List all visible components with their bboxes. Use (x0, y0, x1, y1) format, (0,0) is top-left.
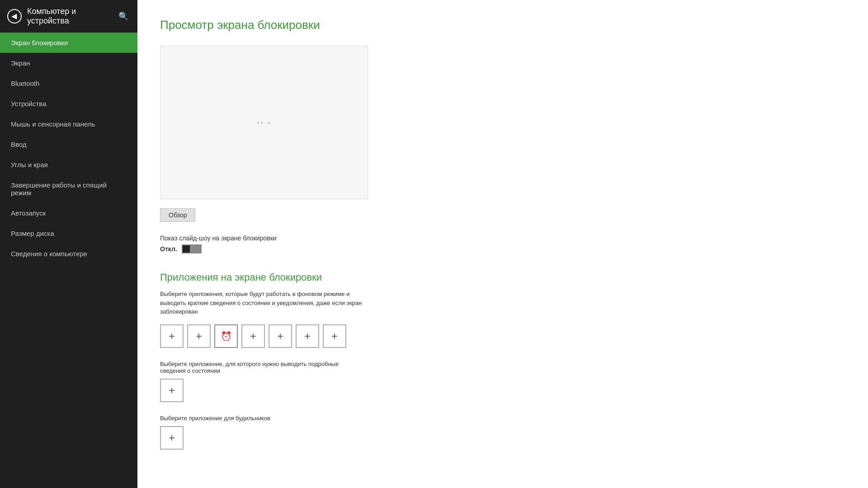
slideshow-section: Показ слайд-шоу на экране блокировки Отк… (160, 235, 845, 253)
detail-section-label: Выберите приложение, для которого нужно … (160, 361, 363, 374)
page-title: Просмотр экрана блокировки (160, 18, 845, 32)
search-button[interactable]: 🔍 (117, 9, 130, 23)
app-slot-6[interactable]: + (323, 324, 346, 348)
app-slot-0[interactable]: + (160, 324, 184, 348)
sidebar-item-lock-screen[interactable]: Экран блокировки (0, 33, 137, 53)
sidebar-item-devices[interactable]: Устройства (0, 94, 137, 114)
apps-section-description: Выберите приложения, которые будут работ… (160, 290, 363, 316)
slideshow-label: Показ слайд-шоу на экране блокировки (160, 235, 845, 242)
main-content: Просмотр экрана блокировки ·· · Обзор По… (137, 0, 868, 488)
app-slots-row: ++⏰++++ (160, 324, 845, 348)
slideshow-toggle-row: Откл. (160, 244, 845, 253)
app-slot-4[interactable]: + (269, 324, 292, 348)
alarm-app-slot[interactable]: + (160, 426, 184, 450)
sidebar-item-input[interactable]: Ввод (0, 134, 137, 155)
alarm-section-label: Выберите приложение для будильников (160, 415, 845, 422)
alarm-section: Выберите приложение для будильников + (160, 415, 845, 450)
apps-section: Приложения на экране блокировки Выберите… (160, 272, 845, 348)
back-arrow-icon: ◀ (11, 13, 17, 20)
sidebar-navigation: Экран блокировкиЭкранBluetoothУстройства… (0, 33, 137, 488)
sidebar-item-corners[interactable]: Углы и края (0, 155, 137, 175)
alarm-clock-icon: ⏰ (221, 331, 232, 342)
sidebar-item-mouse[interactable]: Мышь и сенсорная панель (0, 114, 137, 134)
app-slot-5[interactable]: + (296, 324, 319, 348)
lock-screen-preview: ·· · (160, 46, 368, 199)
slideshow-toggle[interactable] (182, 244, 202, 253)
sidebar-item-display[interactable]: Экран (0, 53, 137, 73)
sidebar-item-disk-size[interactable]: Размер диска (0, 223, 137, 244)
slideshow-state-label: Откл. (160, 245, 177, 253)
apps-section-title: Приложения на экране блокировки (160, 272, 845, 283)
loading-spinner-icon: ·· · (257, 117, 271, 128)
sidebar-header: ◀ Компьютер и устройства 🔍 (0, 0, 137, 33)
sidebar-item-bluetooth[interactable]: Bluetooth (0, 73, 137, 94)
app-slot-1[interactable]: + (187, 324, 211, 348)
sidebar: ◀ Компьютер и устройства 🔍 Экран блокиро… (0, 0, 137, 488)
sidebar-item-shutdown[interactable]: Завершение работы и спящий режим (0, 175, 137, 203)
sidebar-title: Компьютер и устройства (27, 7, 111, 26)
app-slot-3[interactable]: + (241, 324, 265, 348)
browse-button[interactable]: Обзор (160, 208, 195, 222)
detail-app-slot[interactable]: + (160, 379, 184, 402)
detail-section: Выберите приложение, для которого нужно … (160, 361, 845, 402)
back-button[interactable]: ◀ (7, 9, 22, 23)
app-slot-2[interactable]: ⏰ (214, 324, 238, 348)
sidebar-item-about[interactable]: Сведения о компьютере (0, 244, 137, 264)
sidebar-item-autoplay[interactable]: Автозапуск (0, 203, 137, 223)
